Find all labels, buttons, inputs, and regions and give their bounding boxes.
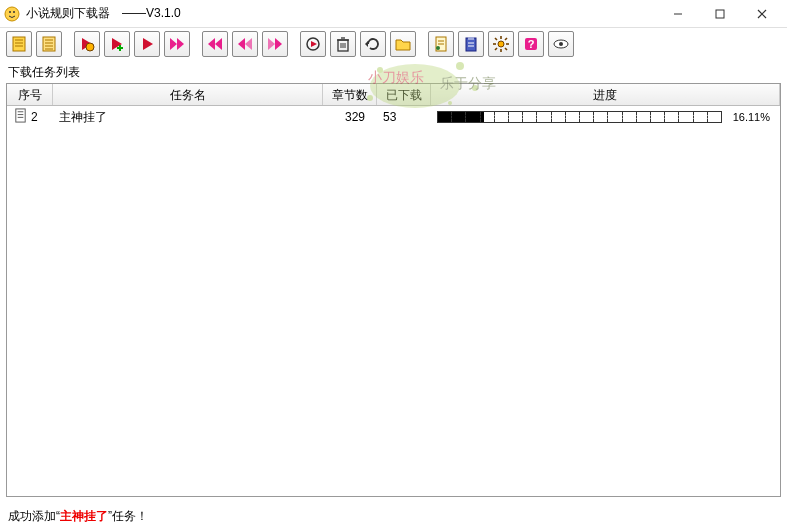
svg-line-62 — [495, 48, 497, 50]
status-suffix: ”任务！ — [108, 508, 148, 525]
svg-point-10 — [13, 11, 15, 13]
svg-marker-35 — [245, 38, 252, 50]
cell-chapters: 329 — [323, 108, 377, 126]
svg-marker-46 — [365, 41, 368, 47]
svg-marker-30 — [170, 38, 177, 50]
help-button[interactable]: ? — [518, 31, 544, 57]
close-button[interactable] — [741, 2, 783, 26]
clipboard-button[interactable] — [458, 31, 484, 57]
cell-seq: 2 — [7, 106, 53, 128]
settings-button[interactable] — [488, 31, 514, 57]
document-icon — [13, 108, 28, 126]
folder-open-button[interactable] — [390, 31, 416, 57]
new-task-button[interactable] — [6, 31, 32, 57]
svg-marker-32 — [208, 38, 215, 50]
svg-marker-34 — [238, 38, 245, 50]
play-button[interactable] — [134, 31, 160, 57]
cell-downloaded: 53 — [377, 108, 431, 126]
document-button[interactable] — [428, 31, 454, 57]
svg-marker-37 — [275, 38, 282, 50]
svg-point-55 — [498, 41, 504, 47]
skip-forward-button[interactable] — [262, 31, 288, 57]
minimize-button[interactable] — [657, 2, 699, 26]
task-table: 序号 任务名 章节数 已下载 进度 2 主神挂了 329 53 16.11% — [6, 83, 781, 497]
toolbar: ? — [0, 28, 787, 60]
svg-rect-68 — [16, 109, 25, 122]
cell-progress: 16.11% — [431, 109, 780, 125]
seq-text: 2 — [31, 110, 38, 124]
cell-name: 主神挂了 — [53, 107, 323, 128]
status-prefix: 成功添加“ — [8, 508, 60, 525]
svg-line-63 — [505, 38, 507, 40]
maximize-button[interactable] — [699, 2, 741, 26]
svg-marker-31 — [177, 38, 184, 50]
play-plus-button[interactable] — [104, 31, 130, 57]
window-title: 小说规则下载器 ——V3.1.0 — [26, 5, 657, 22]
col-name[interactable]: 任务名 — [53, 84, 323, 105]
status-bar: 成功添加“主神挂了”任务！ — [0, 505, 787, 527]
table-header: 序号 任务名 章节数 已下载 进度 — [7, 84, 780, 106]
view-button[interactable] — [548, 31, 574, 57]
reload-button[interactable] — [360, 31, 386, 57]
col-seq[interactable]: 序号 — [7, 84, 53, 105]
svg-point-8 — [5, 7, 19, 21]
svg-point-67 — [559, 42, 563, 46]
app-icon — [4, 6, 20, 22]
svg-point-25 — [86, 43, 94, 51]
svg-marker-29 — [143, 38, 153, 50]
task-list-button[interactable] — [36, 31, 62, 57]
svg-point-50 — [436, 46, 440, 50]
skip-back-button[interactable] — [232, 31, 258, 57]
svg-line-61 — [505, 48, 507, 50]
refresh-cycle-button[interactable] — [300, 31, 326, 57]
svg-rect-52 — [468, 37, 474, 40]
svg-rect-12 — [716, 10, 724, 18]
titlebar: 小说规则下载器 ——V3.1.0 — [0, 0, 787, 28]
svg-point-9 — [9, 11, 11, 13]
progress-percent: 16.11% — [728, 111, 770, 123]
col-progress[interactable]: 进度 — [431, 84, 780, 105]
svg-marker-36 — [268, 38, 275, 50]
play-settings-button[interactable] — [74, 31, 100, 57]
status-highlight: 主神挂了 — [60, 508, 108, 525]
table-row[interactable]: 2 主神挂了 329 53 16.11% — [7, 106, 780, 128]
svg-text:?: ? — [528, 38, 535, 50]
svg-marker-33 — [215, 38, 222, 50]
col-downloaded[interactable]: 已下载 — [377, 84, 431, 105]
section-label: 下载任务列表 — [0, 60, 787, 83]
col-chapters[interactable]: 章节数 — [323, 84, 377, 105]
delete-button[interactable] — [330, 31, 356, 57]
svg-marker-39 — [311, 41, 317, 47]
fast-forward-button[interactable] — [164, 31, 190, 57]
rewind-button[interactable] — [202, 31, 228, 57]
progress-bar — [437, 111, 722, 123]
svg-rect-15 — [13, 37, 25, 51]
svg-line-60 — [495, 38, 497, 40]
